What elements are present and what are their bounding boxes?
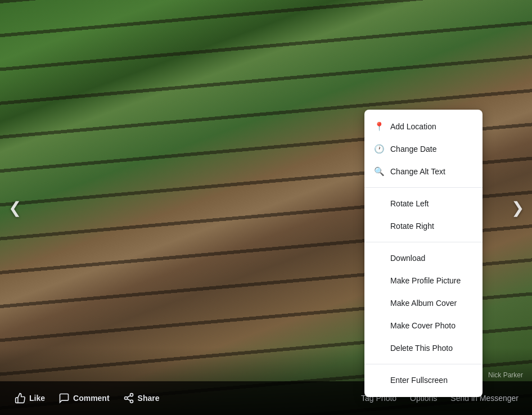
context-menu: 📍 Add Location 🕐 Change Date 🔍 Change Al… bbox=[364, 110, 483, 397]
comment-label: Comment bbox=[73, 394, 110, 403]
comment-icon bbox=[58, 393, 70, 404]
make-album-cover-label: Make Album Cover bbox=[390, 298, 457, 308]
rotate-right-item[interactable]: Rotate Right bbox=[364, 215, 483, 237]
svg-line-4 bbox=[127, 395, 130, 397]
download-icon bbox=[373, 252, 385, 264]
share-icon bbox=[123, 393, 134, 404]
make-profile-picture-item[interactable]: Make Profile Picture bbox=[364, 269, 483, 292]
menu-section-rotate: Rotate Left Rotate Right bbox=[364, 190, 483, 240]
album-cover-icon bbox=[373, 297, 385, 309]
chevron-right-icon: ❯ bbox=[511, 199, 524, 217]
share-button[interactable]: Share bbox=[118, 389, 165, 407]
svg-point-0 bbox=[130, 394, 133, 396]
rotate-left-icon bbox=[373, 198, 385, 209]
change-date-item[interactable]: 🕐 Change Date bbox=[364, 138, 483, 160]
change-alt-text-item[interactable]: 🔍 Change Alt Text bbox=[364, 160, 483, 183]
make-cover-photo-label: Make Cover Photo bbox=[390, 321, 456, 331]
svg-point-1 bbox=[124, 397, 127, 400]
add-location-label: Add Location bbox=[390, 121, 436, 132]
watermark-text: Nick Parker bbox=[488, 371, 523, 379]
rotate-right-label: Rotate Right bbox=[390, 221, 434, 231]
add-location-item[interactable]: 📍 Add Location bbox=[364, 115, 483, 138]
download-label: Download bbox=[390, 253, 425, 263]
delete-photo-label: Delete This Photo bbox=[390, 343, 453, 353]
comment-button[interactable]: Comment bbox=[53, 389, 115, 407]
enter-fullscreen-item[interactable]: Enter Fullscreen bbox=[364, 369, 483, 391]
make-album-cover-item[interactable]: Make Album Cover bbox=[364, 292, 483, 314]
menu-section-info: 📍 Add Location 🕐 Change Date 🔍 Change Al… bbox=[364, 113, 483, 185]
like-button[interactable]: Like bbox=[9, 389, 51, 407]
like-label: Like bbox=[29, 394, 45, 403]
cover-photo-icon bbox=[373, 320, 385, 331]
change-date-label: Change Date bbox=[390, 144, 437, 154]
svg-line-3 bbox=[127, 399, 130, 400]
make-cover-photo-item[interactable]: Make Cover Photo bbox=[364, 314, 483, 337]
download-item[interactable]: Download bbox=[364, 247, 483, 269]
delete-photo-item[interactable]: Delete This Photo bbox=[364, 337, 483, 359]
menu-divider-2 bbox=[364, 242, 483, 242]
rotate-left-label: Rotate Left bbox=[390, 199, 429, 209]
menu-divider-1 bbox=[364, 187, 483, 188]
svg-point-2 bbox=[130, 400, 133, 403]
search-icon: 🔍 bbox=[373, 166, 385, 177]
menu-section-actions: Download Make Profile Picture Make Album… bbox=[364, 245, 483, 362]
like-icon bbox=[15, 393, 26, 404]
make-profile-picture-label: Make Profile Picture bbox=[390, 276, 461, 286]
nav-prev-button[interactable]: ❮ bbox=[3, 191, 26, 224]
rotate-left-item[interactable]: Rotate Left bbox=[364, 192, 483, 215]
enter-fullscreen-label: Enter Fullscreen bbox=[390, 375, 448, 385]
clock-icon: 🕐 bbox=[373, 143, 385, 155]
nav-next-button[interactable]: ❯ bbox=[506, 191, 529, 224]
rotate-right-icon bbox=[373, 220, 385, 232]
chevron-left-icon: ❮ bbox=[8, 199, 21, 217]
location-pin-icon: 📍 bbox=[373, 121, 385, 132]
share-label: Share bbox=[138, 394, 160, 403]
profile-picture-icon bbox=[373, 275, 385, 286]
delete-icon bbox=[373, 342, 385, 354]
menu-section-fullscreen: Enter Fullscreen bbox=[364, 367, 483, 394]
change-alt-text-label: Change Alt Text bbox=[390, 166, 445, 177]
menu-divider-3 bbox=[364, 364, 483, 364]
fullscreen-icon bbox=[373, 375, 385, 386]
